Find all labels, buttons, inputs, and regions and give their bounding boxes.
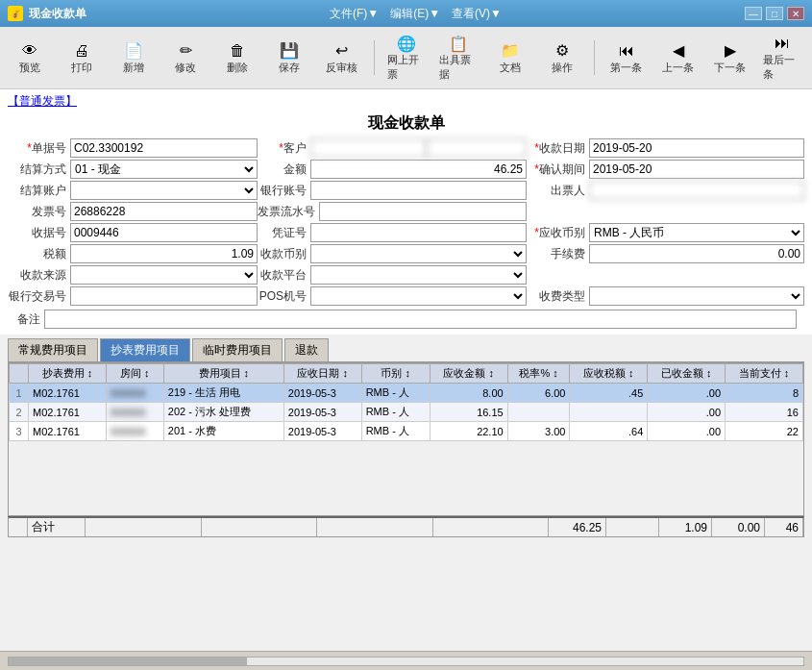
row-current-pay-1: 8 xyxy=(726,384,803,403)
preview-button[interactable]: 👁 预览 xyxy=(8,38,52,78)
save-button[interactable]: 💾 保存 xyxy=(267,38,311,78)
pos-select[interactable] xyxy=(310,286,527,306)
voucher-input[interactable] xyxy=(310,223,527,242)
amount-input[interactable] xyxy=(310,160,527,179)
invoice-no-input[interactable] xyxy=(70,202,258,221)
delete-button[interactable]: 🗑 删除 xyxy=(215,38,259,78)
col-due-tax[interactable]: 应收税额 ↕ xyxy=(570,364,648,384)
customer-name-input[interactable] xyxy=(428,138,527,158)
print-button[interactable]: 🖨 打印 xyxy=(60,38,104,78)
voucher-label: 凭证号 xyxy=(258,225,310,241)
online-invoice-button[interactable]: 🌐 网上开票 xyxy=(384,31,429,85)
summary-empty1 xyxy=(9,518,28,536)
receipt-currency-select[interactable] xyxy=(310,244,527,263)
receipt-no-input[interactable] xyxy=(70,223,258,242)
menu-edit[interactable]: 编辑(E)▼ xyxy=(390,6,440,22)
menu-bar[interactable]: 文件(F)▼ 编辑(E)▼ 查看(V)▼ xyxy=(330,6,502,22)
save-label: 保存 xyxy=(279,61,300,75)
tax-label: 税额 xyxy=(8,246,70,262)
table-row[interactable]: 2 M02.1761 XXXXX 202 - 污水 处理费 2019-05-3 … xyxy=(10,403,803,422)
row-meter-fee-1: M02.1761 xyxy=(29,384,107,403)
col-received[interactable]: 已收金额 ↕ xyxy=(648,364,726,384)
minimize-button[interactable]: — xyxy=(745,7,762,20)
row-due-tax-1: .45 xyxy=(570,384,648,403)
summary-label: 合计 xyxy=(28,518,86,536)
table-row[interactable]: 1 M02.1761 XXXXX 219 - 生活 用电 2019-05-3 R… xyxy=(10,384,803,403)
bank-transaction-input[interactable] xyxy=(70,286,258,306)
row-tax-rate-2 xyxy=(507,403,570,422)
menu-view[interactable]: 查看(V)▼ xyxy=(452,6,502,22)
maximize-button[interactable]: □ xyxy=(766,7,783,20)
row-meter-fee-3: M02.1761 xyxy=(29,422,107,441)
tax-input[interactable] xyxy=(70,244,258,263)
save-icon: 💾 xyxy=(280,41,299,61)
customer-input[interactable] xyxy=(310,138,426,158)
document-icon: 📁 xyxy=(501,41,520,61)
col-room[interactable]: 房间 ↕ xyxy=(106,364,163,384)
app-icon: 💰 xyxy=(8,6,23,21)
edit-button[interactable]: ✏ 修改 xyxy=(163,38,208,78)
col-meter-fee[interactable]: 抄表费用 ↕ xyxy=(29,364,107,384)
receipt-platform-select[interactable] xyxy=(310,265,527,285)
breadcrumb-link[interactable]: 【普通发票】 xyxy=(8,94,77,108)
operation-button[interactable]: ⚙ 操作 xyxy=(540,38,584,78)
col-due-date[interactable]: 应收日期 ↕ xyxy=(283,364,361,384)
charge-type-select[interactable] xyxy=(589,286,804,306)
table-row[interactable]: 3 M02.1761 XXXXX 201 - 水费 2019-05-3 RMB … xyxy=(10,422,803,441)
pos-label: POS机号 xyxy=(258,288,310,305)
prev-button[interactable]: ◀ 上一条 xyxy=(656,38,701,78)
last-icon: ⏭ xyxy=(775,34,790,53)
menu-file[interactable]: 文件(F)▼ xyxy=(330,6,379,22)
confirm-period-label: *确认期间 xyxy=(527,161,589,178)
separator-2 xyxy=(594,40,595,75)
confirm-period-input[interactable] xyxy=(589,160,804,179)
close-button[interactable]: ✕ xyxy=(787,7,804,20)
last-button[interactable]: ⏭ 最后一条 xyxy=(760,31,804,85)
receipt-source-select[interactable] xyxy=(70,265,258,285)
payment-method-select[interactable]: 01 - 现金 xyxy=(70,160,258,179)
doc-no-input[interactable] xyxy=(70,138,258,158)
next-button[interactable]: ▶ 下一条 xyxy=(708,38,752,78)
window-controls[interactable]: — □ ✕ xyxy=(745,7,804,20)
col-tax-rate[interactable]: 税率% ↕ xyxy=(507,364,570,384)
bank-account-input[interactable] xyxy=(310,181,527,200)
doc-no-label: *单据号 xyxy=(8,140,70,157)
row-tax-rate-1: 6.00 xyxy=(507,384,570,403)
tab-meter[interactable]: 抄表费用项目 xyxy=(100,338,190,361)
receipt-source-label: 收款来源 xyxy=(8,267,70,284)
toolbar: 👁 预览 🖨 打印 📄 新增 ✏ 修改 🗑 删除 💾 保存 ↩ 反审核 🌐 网上… xyxy=(0,27,812,89)
bank-transaction-label: 银行交易号 xyxy=(8,288,70,305)
document-button[interactable]: 📁 文档 xyxy=(488,38,532,78)
delete-label: 删除 xyxy=(227,61,248,75)
tab-temp[interactable]: 临时费用项目 xyxy=(192,338,283,361)
col-due-amount[interactable]: 应收金额 ↕ xyxy=(430,364,507,384)
tab-refund[interactable]: 退款 xyxy=(284,338,329,361)
issuer-input[interactable] xyxy=(589,181,804,200)
col-currency[interactable]: 币别 ↕ xyxy=(361,364,430,384)
tab-normal[interactable]: 常规费用项目 xyxy=(8,338,98,361)
row-received-3: .00 xyxy=(648,422,726,441)
horizontal-scrollbar[interactable] xyxy=(8,657,804,666)
invoice-flow-input[interactable] xyxy=(319,202,527,221)
receipt-platform-label: 收款平台 xyxy=(258,267,310,284)
row-received-1: .00 xyxy=(648,384,726,403)
col-fee-item[interactable]: 费用项目 ↕ xyxy=(163,364,283,384)
recheck-button[interactable]: ↩ 反审核 xyxy=(319,38,363,78)
settlement-account-select[interactable] xyxy=(70,181,258,200)
row-currency-1: RMB - 人 xyxy=(361,384,430,403)
handling-fee-input[interactable] xyxy=(589,244,804,263)
first-button[interactable]: ⏮ 第一条 xyxy=(604,38,649,78)
remark-input[interactable] xyxy=(44,310,797,329)
receivable-currency-select[interactable]: RMB - 人民币 xyxy=(589,223,804,242)
next-icon: ▶ xyxy=(725,41,736,61)
issue-invoice-button[interactable]: 📋 出具票据 xyxy=(436,31,480,85)
col-current-pay[interactable]: 当前支付 ↕ xyxy=(726,364,803,384)
preview-label: 预览 xyxy=(19,61,40,75)
payment-method-label: 结算方式 xyxy=(8,161,70,178)
handling-fee-label: 手续费 xyxy=(527,246,589,262)
new-button[interactable]: 📄 新增 xyxy=(111,38,156,78)
customer-label: *客户 xyxy=(258,140,310,157)
receipt-date-input[interactable] xyxy=(589,138,804,158)
fee-table: 抄表费用 ↕ 房间 ↕ 费用项目 ↕ 应收日期 ↕ 币别 ↕ 应收金额 ↕ 税率… xyxy=(9,363,803,441)
summary-due-amount: 46.25 xyxy=(549,518,606,536)
